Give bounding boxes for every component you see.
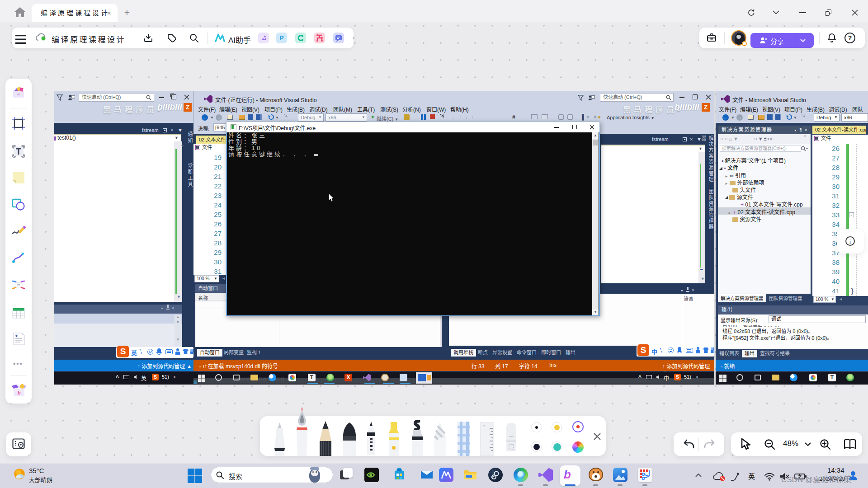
svg-text:b: b [18,390,21,395]
